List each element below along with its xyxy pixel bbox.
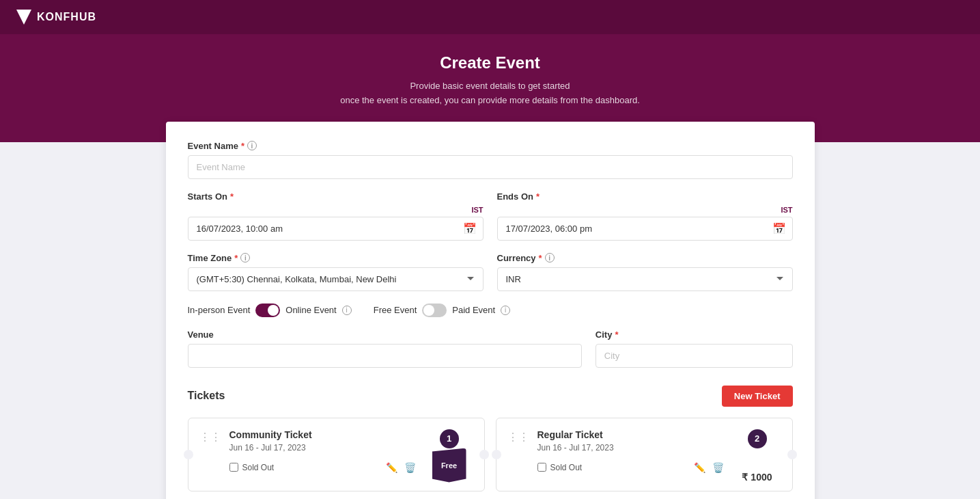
event-type-toggles: In-person Event Online Event i Free Even… (188, 304, 793, 317)
app-header: KONFHUB (0, 0, 980, 34)
tickets-header: Tickets New Ticket (188, 386, 793, 407)
ticket-number-badge: 1 (440, 429, 459, 448)
ends-on-tz: IST (497, 206, 793, 214)
dates-row: Starts On * IST 📅 Ends On * IST � (188, 191, 793, 253)
timezone-label: Time Zone * i (188, 253, 484, 263)
paid-toggle[interactable] (422, 304, 447, 317)
sold-out-checkbox-label[interactable]: Sold Out (537, 463, 583, 472)
ticket-name: Community Ticket (229, 429, 417, 440)
ticket-delete-button[interactable]: 🗑️ (403, 461, 417, 474)
paid-event-label: Paid Event (452, 305, 495, 315)
city-input[interactable] (596, 344, 793, 368)
venue-input[interactable] (188, 344, 582, 368)
sold-out-checkbox[interactable] (229, 463, 238, 472)
event-name-group: Event Name * i (188, 141, 793, 179)
sold-out-label: Sold Out (550, 463, 583, 472)
currency-col: Currency * i INR USD EUR (497, 253, 793, 304)
venue-col: Venue (188, 329, 582, 380)
timezone-select[interactable]: (GMT+5:30) Chennai, Kolkata, Mumbai, New… (188, 267, 484, 291)
event-name-info-icon[interactable]: i (247, 141, 257, 150)
ticket-footer: Sold Out ✏️ 🗑️ (537, 461, 725, 474)
inperson-toggle[interactable] (255, 304, 280, 317)
event-name-input[interactable] (188, 155, 793, 179)
ticket-card: ⋮⋮ Regular Ticket Jun 16 - Jul 17, 2023 … (496, 418, 793, 491)
venue-label: Venue (188, 329, 582, 340)
starts-on-input[interactable] (188, 217, 484, 241)
inperson-toggle-group: In-person Event Online Event i (188, 304, 352, 317)
ticket-price: ₹ 1000 (742, 472, 772, 483)
timezone-info-icon[interactable]: i (240, 253, 250, 262)
ticket-dates: Jun 16 - Jul 17, 2023 (229, 443, 417, 453)
free-event-label: Free Event (374, 305, 417, 315)
ends-on-col: Ends On * IST 📅 (497, 191, 793, 253)
ticket-delete-button[interactable]: 🗑️ (711, 461, 725, 474)
paid-info-icon[interactable]: i (501, 306, 510, 315)
create-event-form: Event Name * i Starts On * IST 📅 (166, 122, 815, 499)
venue-city-row: Venue City * (188, 329, 793, 380)
tickets-title: Tickets (188, 390, 225, 402)
ticket-body: Regular Ticket Jun 16 - Jul 17, 2023 Sol… (537, 429, 725, 483)
pricing-toggle-group: Free Event Paid Event i (374, 304, 510, 317)
ticket-edit-button[interactable]: ✏️ (692, 461, 707, 474)
currency-label: Currency * i (497, 253, 793, 263)
ticket-badge-area: 2 ₹ 1000 (733, 429, 781, 483)
sold-out-checkbox[interactable] (537, 463, 546, 472)
hero-subtitle-2: once the event is created, you can provi… (14, 94, 966, 108)
inperson-label: In-person Event (188, 305, 251, 315)
ends-on-label: Ends On * (497, 191, 793, 202)
starts-on-tz: IST (188, 206, 484, 214)
ticket-footer: Sold Out ✏️ 🗑️ (229, 461, 417, 474)
online-info-icon[interactable]: i (342, 306, 352, 315)
currency-select[interactable]: INR USD EUR (497, 267, 793, 291)
ticket-body: Community Ticket Jun 16 - Jul 17, 2023 S… (229, 429, 417, 483)
ticket-card: ⋮⋮ Community Ticket Jun 16 - Jul 17, 202… (188, 418, 485, 491)
ends-on-calendar-icon[interactable]: 📅 (772, 222, 786, 235)
logo-icon (16, 10, 31, 25)
city-col: City * (596, 329, 793, 380)
sold-out-checkbox-label[interactable]: Sold Out (229, 463, 275, 472)
online-label: Online Event (285, 305, 336, 315)
ticket-actions: ✏️ 🗑️ (384, 461, 417, 474)
ticket-edit-button[interactable]: ✏️ (384, 461, 399, 474)
ticket-badge-area: 1 Free (425, 429, 473, 483)
new-ticket-button[interactable]: New Ticket (722, 386, 793, 407)
ticket-name: Regular Ticket (537, 429, 725, 440)
hero-subtitle-1: Provide basic event details to get start… (14, 79, 966, 94)
starts-on-calendar-icon[interactable]: 📅 (463, 222, 477, 235)
logo[interactable]: KONFHUB (16, 10, 96, 25)
event-name-label: Event Name * i (188, 141, 793, 151)
timezone-col: Time Zone * i (GMT+5:30) Chennai, Kolkat… (188, 253, 484, 304)
ticket-type-badge: Free (432, 448, 466, 483)
ticket-dates: Jun 16 - Jul 17, 2023 (537, 443, 725, 453)
ticket-number-badge: 2 (748, 429, 767, 448)
timezone-currency-row: Time Zone * i (GMT+5:30) Chennai, Kolkat… (188, 253, 793, 304)
sold-out-label: Sold Out (242, 463, 275, 472)
ticket-actions: ✏️ 🗑️ (692, 461, 725, 474)
tickets-grid: ⋮⋮ Community Ticket Jun 16 - Jul 17, 202… (188, 418, 793, 491)
starts-on-col: Starts On * IST 📅 (188, 191, 484, 253)
ends-on-input[interactable] (497, 217, 793, 241)
ticket-drag-handle[interactable]: ⋮⋮ (507, 429, 529, 483)
starts-on-label: Starts On * (188, 191, 484, 202)
ticket-drag-handle[interactable]: ⋮⋮ (199, 429, 221, 483)
city-label: City * (596, 329, 793, 340)
logo-text: KONFHUB (37, 11, 96, 23)
currency-info-icon[interactable]: i (545, 253, 555, 262)
page-title: Create Event (14, 53, 966, 72)
